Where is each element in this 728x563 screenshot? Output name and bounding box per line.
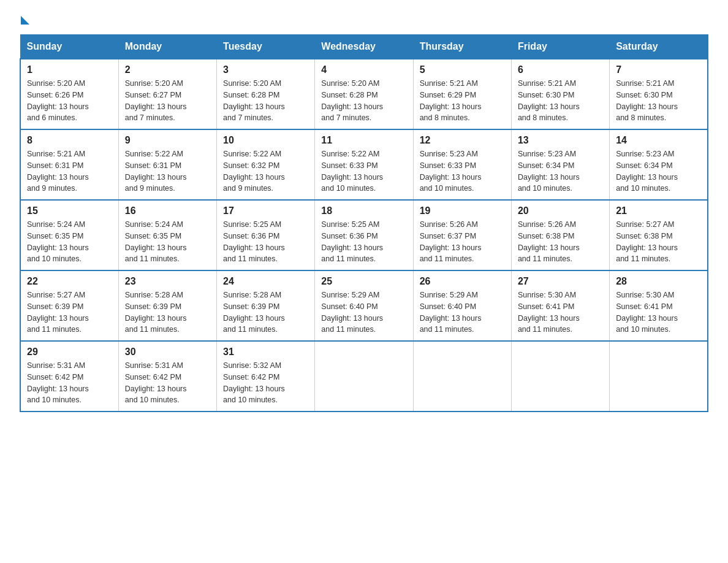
calendar-cell: 30Sunrise: 5:31 AMSunset: 6:42 PMDayligh…: [118, 341, 216, 412]
day-number: 22: [27, 276, 112, 287]
week-row-2: 8Sunrise: 5:21 AMSunset: 6:31 PMDaylight…: [20, 129, 708, 200]
day-number: 3: [223, 64, 308, 75]
day-header-friday: Friday: [511, 35, 609, 59]
day-number: 13: [518, 135, 603, 146]
day-info: Sunrise: 5:21 AMSunset: 6:29 PMDaylight:…: [420, 78, 505, 124]
day-info: Sunrise: 5:24 AMSunset: 6:35 PMDaylight:…: [27, 219, 112, 265]
calendar-cell: 6Sunrise: 5:21 AMSunset: 6:30 PMDaylight…: [511, 59, 609, 129]
day-number: 5: [420, 64, 505, 75]
calendar-cell: 5Sunrise: 5:21 AMSunset: 6:29 PMDaylight…: [413, 59, 511, 129]
calendar-cell: 22Sunrise: 5:27 AMSunset: 6:39 PMDayligh…: [20, 270, 118, 341]
day-number: 21: [616, 205, 701, 216]
day-info: Sunrise: 5:25 AMSunset: 6:36 PMDaylight:…: [223, 219, 308, 265]
day-number: 17: [223, 205, 308, 216]
day-info: Sunrise: 5:24 AMSunset: 6:35 PMDaylight:…: [125, 219, 210, 265]
day-number: 19: [420, 205, 505, 216]
day-info: Sunrise: 5:21 AMSunset: 6:31 PMDaylight:…: [27, 148, 112, 194]
day-number: 15: [27, 205, 112, 216]
calendar-cell: 19Sunrise: 5:26 AMSunset: 6:37 PMDayligh…: [413, 200, 511, 270]
calendar-cell: 12Sunrise: 5:23 AMSunset: 6:33 PMDayligh…: [413, 129, 511, 200]
calendar-cell: [610, 341, 708, 412]
day-info: Sunrise: 5:26 AMSunset: 6:37 PMDaylight:…: [420, 219, 505, 265]
calendar-table: SundayMondayTuesdayWednesdayThursdayFrid…: [20, 34, 708, 412]
day-info: Sunrise: 5:21 AMSunset: 6:30 PMDaylight:…: [616, 78, 701, 124]
calendar-cell: 27Sunrise: 5:30 AMSunset: 6:41 PMDayligh…: [511, 270, 609, 341]
day-number: 7: [616, 64, 701, 75]
calendar-cell: 13Sunrise: 5:23 AMSunset: 6:34 PMDayligh…: [511, 129, 609, 200]
calendar-cell: 28Sunrise: 5:30 AMSunset: 6:41 PMDayligh…: [610, 270, 708, 341]
calendar-cell: 25Sunrise: 5:29 AMSunset: 6:40 PMDayligh…: [315, 270, 413, 341]
day-info: Sunrise: 5:22 AMSunset: 6:31 PMDaylight:…: [125, 148, 210, 194]
calendar-cell: 9Sunrise: 5:22 AMSunset: 6:31 PMDaylight…: [118, 129, 216, 200]
calendar-cell: 31Sunrise: 5:32 AMSunset: 6:42 PMDayligh…: [217, 341, 315, 412]
day-info: Sunrise: 5:23 AMSunset: 6:33 PMDaylight:…: [420, 148, 505, 194]
day-info: Sunrise: 5:22 AMSunset: 6:32 PMDaylight:…: [223, 148, 308, 194]
day-info: Sunrise: 5:26 AMSunset: 6:38 PMDaylight:…: [518, 219, 603, 265]
day-number: 2: [125, 64, 210, 75]
calendar-cell: 2Sunrise: 5:20 AMSunset: 6:27 PMDaylight…: [118, 59, 216, 129]
day-number: 20: [518, 205, 603, 216]
day-info: Sunrise: 5:30 AMSunset: 6:41 PMDaylight:…: [616, 289, 701, 335]
day-number: 8: [27, 135, 112, 146]
day-number: 26: [420, 276, 505, 287]
day-info: Sunrise: 5:20 AMSunset: 6:27 PMDaylight:…: [125, 78, 210, 124]
day-number: 6: [518, 64, 603, 75]
day-number: 24: [223, 276, 308, 287]
week-row-5: 29Sunrise: 5:31 AMSunset: 6:42 PMDayligh…: [20, 341, 708, 412]
day-number: 23: [125, 276, 210, 287]
calendar-cell: 1Sunrise: 5:20 AMSunset: 6:26 PMDaylight…: [20, 59, 118, 129]
calendar-cell: 8Sunrise: 5:21 AMSunset: 6:31 PMDaylight…: [20, 129, 118, 200]
day-header-wednesday: Wednesday: [315, 35, 413, 59]
day-number: 31: [223, 347, 308, 358]
page-header: [20, 15, 708, 25]
calendar-cell: 23Sunrise: 5:28 AMSunset: 6:39 PMDayligh…: [118, 270, 216, 341]
day-number: 28: [616, 276, 701, 287]
day-info: Sunrise: 5:20 AMSunset: 6:28 PMDaylight:…: [223, 78, 308, 124]
calendar-cell: 21Sunrise: 5:27 AMSunset: 6:38 PMDayligh…: [610, 200, 708, 270]
calendar-cell: 11Sunrise: 5:22 AMSunset: 6:33 PMDayligh…: [315, 129, 413, 200]
day-number: 16: [125, 205, 210, 216]
day-info: Sunrise: 5:28 AMSunset: 6:39 PMDaylight:…: [223, 289, 308, 335]
calendar-cell: 17Sunrise: 5:25 AMSunset: 6:36 PMDayligh…: [217, 200, 315, 270]
days-header-row: SundayMondayTuesdayWednesdayThursdayFrid…: [20, 35, 708, 59]
day-info: Sunrise: 5:31 AMSunset: 6:42 PMDaylight:…: [125, 360, 210, 406]
day-number: 9: [125, 135, 210, 146]
calendar-cell: 16Sunrise: 5:24 AMSunset: 6:35 PMDayligh…: [118, 200, 216, 270]
day-number: 18: [321, 205, 406, 216]
day-info: Sunrise: 5:32 AMSunset: 6:42 PMDaylight:…: [223, 360, 308, 406]
calendar-cell: 29Sunrise: 5:31 AMSunset: 6:42 PMDayligh…: [20, 341, 118, 412]
day-info: Sunrise: 5:20 AMSunset: 6:26 PMDaylight:…: [27, 78, 112, 124]
day-info: Sunrise: 5:22 AMSunset: 6:33 PMDaylight:…: [321, 148, 406, 194]
day-header-monday: Monday: [118, 35, 216, 59]
day-header-thursday: Thursday: [413, 35, 511, 59]
day-info: Sunrise: 5:29 AMSunset: 6:40 PMDaylight:…: [420, 289, 505, 335]
day-info: Sunrise: 5:27 AMSunset: 6:39 PMDaylight:…: [27, 289, 112, 335]
calendar-cell: 18Sunrise: 5:25 AMSunset: 6:36 PMDayligh…: [315, 200, 413, 270]
logo-triangle-icon: [21, 16, 29, 25]
day-header-tuesday: Tuesday: [217, 35, 315, 59]
logo: [20, 15, 29, 25]
day-info: Sunrise: 5:23 AMSunset: 6:34 PMDaylight:…: [616, 148, 701, 194]
calendar-cell: [413, 341, 511, 412]
calendar-cell: 3Sunrise: 5:20 AMSunset: 6:28 PMDaylight…: [217, 59, 315, 129]
day-number: 29: [27, 347, 112, 358]
day-info: Sunrise: 5:31 AMSunset: 6:42 PMDaylight:…: [27, 360, 112, 406]
day-number: 11: [321, 135, 406, 146]
day-number: 30: [125, 347, 210, 358]
day-info: Sunrise: 5:29 AMSunset: 6:40 PMDaylight:…: [321, 289, 406, 335]
day-info: Sunrise: 5:30 AMSunset: 6:41 PMDaylight:…: [518, 289, 603, 335]
calendar-cell: 7Sunrise: 5:21 AMSunset: 6:30 PMDaylight…: [610, 59, 708, 129]
week-row-3: 15Sunrise: 5:24 AMSunset: 6:35 PMDayligh…: [20, 200, 708, 270]
calendar-cell: 4Sunrise: 5:20 AMSunset: 6:28 PMDaylight…: [315, 59, 413, 129]
day-info: Sunrise: 5:28 AMSunset: 6:39 PMDaylight:…: [125, 289, 210, 335]
day-info: Sunrise: 5:20 AMSunset: 6:28 PMDaylight:…: [321, 78, 406, 124]
calendar-cell: [315, 341, 413, 412]
day-number: 4: [321, 64, 406, 75]
day-info: Sunrise: 5:25 AMSunset: 6:36 PMDaylight:…: [321, 219, 406, 265]
day-info: Sunrise: 5:27 AMSunset: 6:38 PMDaylight:…: [616, 219, 701, 265]
week-row-4: 22Sunrise: 5:27 AMSunset: 6:39 PMDayligh…: [20, 270, 708, 341]
calendar-cell: 15Sunrise: 5:24 AMSunset: 6:35 PMDayligh…: [20, 200, 118, 270]
calendar-cell: 20Sunrise: 5:26 AMSunset: 6:38 PMDayligh…: [511, 200, 609, 270]
day-header-sunday: Sunday: [20, 35, 118, 59]
week-row-1: 1Sunrise: 5:20 AMSunset: 6:26 PMDaylight…: [20, 59, 708, 129]
